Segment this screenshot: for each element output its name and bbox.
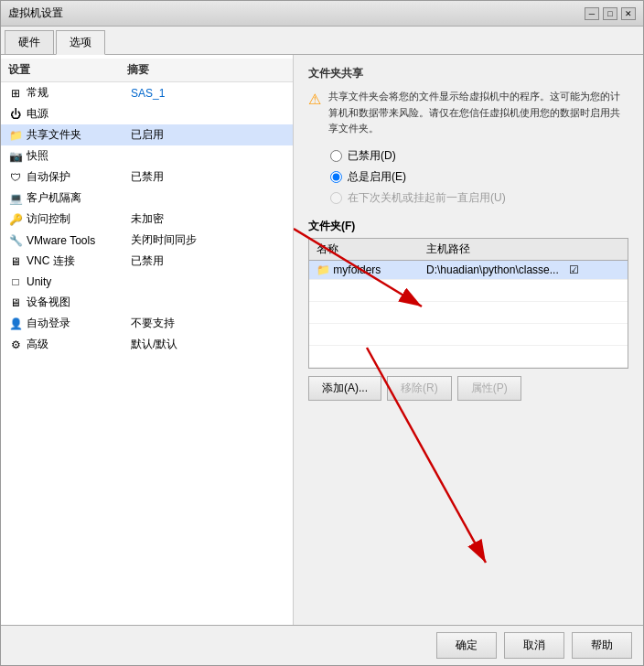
window-title: 虚拟机设置 bbox=[8, 5, 63, 21]
radio-until-poweroff-label: 在下次关机或挂起前一直启用(U) bbox=[348, 190, 506, 206]
item-unity-name: Unity bbox=[27, 275, 131, 288]
isolation-icon: 💻 bbox=[8, 191, 23, 206]
general-icon: ⊞ bbox=[8, 86, 23, 101]
cancel-button[interactable]: 取消 bbox=[504, 632, 564, 659]
table-row-empty2 bbox=[309, 301, 628, 323]
folder-name-cell: 📁 myfolders bbox=[309, 260, 419, 279]
item-auto-login-summary: 不要支持 bbox=[131, 316, 285, 331]
radio-always-on-label: 总是启用(E) bbox=[348, 169, 406, 185]
remove-button[interactable]: 移除(R) bbox=[387, 376, 452, 401]
add-button[interactable]: 添加(A)... bbox=[308, 376, 381, 401]
power-icon: ⏻ bbox=[8, 107, 23, 122]
warning-text: 共享文件夹会将您的文件显示给虚拟机中的程序。这可能为您的计算机和数据带来风险。请… bbox=[328, 89, 628, 137]
sidebar-item-vmware-tools[interactable]: 🔧 VMware Tools 关闭时间同步 bbox=[1, 230, 293, 251]
left-panel: 设置 摘要 ⊞ 常规 SAS_1 ⏻ 电源 📁 共享文件夹 已启用 📷 快 bbox=[1, 55, 294, 625]
help-button[interactable]: 帮助 bbox=[572, 632, 632, 659]
item-vmware-summary: 关闭时间同步 bbox=[131, 232, 285, 248]
title-bar: 虚拟机设置 ─ □ ✕ bbox=[1, 1, 643, 27]
folder-section-title: 文件夹(F) bbox=[308, 219, 628, 234]
close-button[interactable]: ✕ bbox=[621, 7, 636, 20]
header-settings: 设置 bbox=[8, 62, 127, 78]
warning-box: ⚠ 共享文件夹会将您的文件显示给虚拟机中的程序。这可能为您的计算机和数据带来风险… bbox=[308, 89, 628, 137]
sidebar-item-general[interactable]: ⊞ 常规 SAS_1 bbox=[1, 82, 293, 103]
main-window: 虚拟机设置 ─ □ ✕ 硬件 选项 设置 摘要 ⊞ 常规 SAS_1 ⏻ bbox=[0, 0, 644, 666]
snapshot-icon: 📷 bbox=[8, 149, 23, 164]
advanced-icon: ⚙ bbox=[8, 338, 23, 352]
sidebar-item-isolation[interactable]: 💻 客户机隔离 bbox=[1, 188, 293, 209]
maximize-button[interactable]: □ bbox=[603, 7, 617, 20]
title-bar-controls: ─ □ ✕ bbox=[585, 7, 636, 20]
item-advanced-name: 高级 bbox=[27, 337, 131, 352]
sidebar-item-device-view[interactable]: 🖥 设备视图 bbox=[1, 292, 293, 313]
item-auto-login-name: 自动登录 bbox=[27, 316, 131, 331]
table-row-empty4 bbox=[309, 345, 628, 367]
header-summary: 摘要 bbox=[127, 62, 285, 78]
radio-always-on-input[interactable] bbox=[330, 171, 342, 183]
radio-group: 已禁用(D) 总是启用(E) 在下次关机或挂起前一直启用(U) bbox=[308, 148, 628, 206]
item-auto-protect-name: 自动保护 bbox=[27, 169, 131, 185]
item-power-name: 电源 bbox=[27, 106, 131, 122]
item-general-summary: SAS_1 bbox=[131, 87, 285, 100]
properties-button[interactable]: 属性(P) bbox=[457, 376, 521, 401]
auto-protect-icon: 🛡 bbox=[8, 170, 23, 185]
item-auto-protect-summary: 已禁用 bbox=[131, 169, 285, 185]
item-vnc-name: VNC 连接 bbox=[27, 253, 131, 269]
item-vnc-summary: 已禁用 bbox=[131, 253, 285, 269]
folder-row-icon: 📁 bbox=[317, 263, 330, 276]
sidebar-item-shared-folder[interactable]: 📁 共享文件夹 已启用 bbox=[1, 124, 293, 145]
radio-always-on[interactable]: 总是启用(E) bbox=[330, 169, 628, 185]
item-shared-summary: 已启用 bbox=[131, 127, 285, 143]
radio-until-poweroff[interactable]: 在下次关机或挂起前一直启用(U) bbox=[330, 190, 628, 206]
content-area: 设置 摘要 ⊞ 常规 SAS_1 ⏻ 电源 📁 共享文件夹 已启用 📷 快 bbox=[1, 55, 643, 625]
folder-section: 文件夹(F) 名称 主机路径 📁 bbox=[308, 219, 628, 401]
item-access-name: 访问控制 bbox=[27, 211, 131, 227]
table-row-empty3 bbox=[309, 323, 628, 345]
folder-col-name: 名称 bbox=[309, 239, 419, 261]
sidebar-item-power[interactable]: ⏻ 电源 bbox=[1, 103, 293, 124]
tabs-bar: 硬件 选项 bbox=[1, 27, 643, 55]
sidebar-item-unity[interactable]: □ Unity bbox=[1, 272, 293, 292]
bottom-bar: 确定 取消 帮助 bbox=[1, 625, 643, 665]
item-device-name: 设备视图 bbox=[27, 295, 131, 310]
folder-table: 名称 主机路径 📁 myfolders D: bbox=[309, 239, 628, 368]
device-view-icon: 🖥 bbox=[8, 295, 23, 310]
sidebar-item-snapshot[interactable]: 📷 快照 bbox=[1, 145, 293, 166]
sidebar-item-auto-login[interactable]: 👤 自动登录 不要支持 bbox=[1, 313, 293, 334]
radio-until-poweroff-input[interactable] bbox=[330, 192, 342, 204]
tab-options[interactable]: 选项 bbox=[56, 30, 105, 55]
item-vmware-name: VMware Tools bbox=[27, 234, 131, 247]
table-row[interactable]: 📁 myfolders D:\huadian\python\classe... … bbox=[309, 260, 628, 279]
left-panel-header: 设置 摘要 bbox=[1, 59, 293, 82]
item-shared-name: 共享文件夹 bbox=[27, 127, 131, 143]
sidebar-item-vnc[interactable]: 🖥 VNC 连接 已禁用 bbox=[1, 251, 293, 272]
sidebar-item-access-control[interactable]: 🔑 访问控制 未加密 bbox=[1, 209, 293, 230]
warning-icon: ⚠ bbox=[308, 91, 321, 137]
folder-check-icon: ☑ bbox=[569, 263, 579, 276]
folder-buttons: 添加(A)... 移除(R) 属性(P) bbox=[308, 376, 628, 401]
folder-col-path: 主机路径 bbox=[419, 239, 628, 261]
tab-hardware[interactable]: 硬件 bbox=[5, 30, 54, 54]
folder-path-cell: D:\huadian\python\classe... ☑ bbox=[419, 260, 628, 279]
access-control-icon: 🔑 bbox=[8, 212, 23, 227]
unity-icon: □ bbox=[8, 274, 23, 289]
item-snapshot-name: 快照 bbox=[27, 148, 131, 164]
vmware-tools-icon: 🔧 bbox=[8, 233, 23, 248]
minimize-button[interactable]: ─ bbox=[585, 7, 599, 20]
radio-disabled-label: 已禁用(D) bbox=[348, 148, 396, 164]
table-row-empty1 bbox=[309, 279, 628, 301]
item-general-name: 常规 bbox=[27, 85, 131, 101]
item-isolation-name: 客户机隔离 bbox=[27, 190, 131, 206]
vnc-icon: 🖥 bbox=[8, 254, 23, 269]
item-advanced-summary: 默认/默认 bbox=[131, 337, 285, 352]
confirm-button[interactable]: 确定 bbox=[436, 632, 497, 659]
shared-folder-icon: 📁 bbox=[8, 128, 23, 143]
item-access-summary: 未加密 bbox=[131, 211, 285, 227]
folder-table-container: 名称 主机路径 📁 myfolders D: bbox=[308, 238, 628, 369]
auto-login-icon: 👤 bbox=[8, 317, 23, 331]
sidebar-item-advanced[interactable]: ⚙ 高级 默认/默认 bbox=[1, 334, 293, 355]
sidebar-item-auto-protect[interactable]: 🛡 自动保护 已禁用 bbox=[1, 166, 293, 188]
radio-disabled[interactable]: 已禁用(D) bbox=[330, 148, 628, 164]
right-panel: 文件夹共享 ⚠ 共享文件夹会将您的文件显示给虚拟机中的程序。这可能为您的计算机和… bbox=[294, 55, 643, 625]
section-title: 文件夹共享 bbox=[308, 66, 628, 81]
radio-disabled-input[interactable] bbox=[330, 150, 342, 162]
